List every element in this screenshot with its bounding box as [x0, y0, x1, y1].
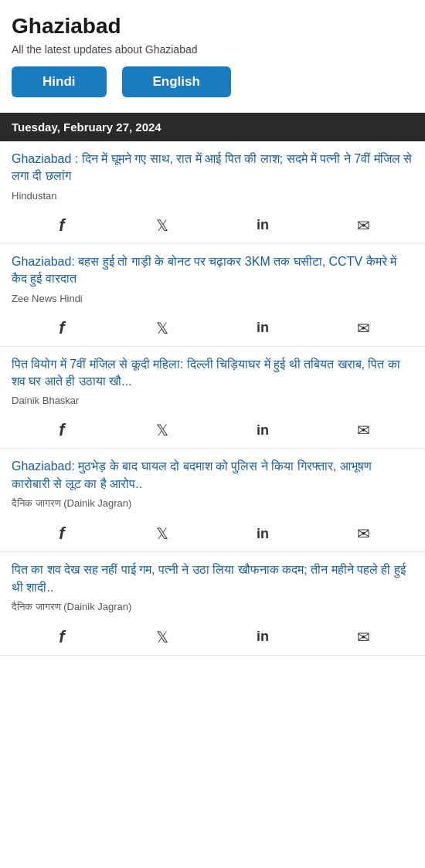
- facebook-icon-0[interactable]: f: [12, 215, 112, 236]
- twitter-icon-0[interactable]: 𝕏: [112, 216, 212, 235]
- share-row-0: f 𝕏 in ✉: [12, 209, 413, 243]
- news-title-0[interactable]: Ghaziabad : दिन में घूमने गए साथ, रात मे…: [12, 151, 413, 185]
- news-title-2[interactable]: पित वियोग में 7वीं मंजिल से कूदी महिला: …: [12, 356, 413, 391]
- linkedin-icon-1[interactable]: in: [212, 320, 313, 336]
- news-item: पित वियोग में 7वीं मंजिल से कूदी महिला: …: [0, 347, 425, 449]
- news-item: Ghaziabad : दिन में घूमने गए साथ, रात मे…: [0, 141, 425, 244]
- facebook-icon-1[interactable]: f: [12, 318, 112, 338]
- page-subtitle: All the latest updates about Ghaziabad: [12, 43, 413, 56]
- share-row-1: f 𝕏 in ✉: [12, 312, 413, 346]
- share-row-3: f 𝕏 in ✉: [12, 517, 413, 551]
- news-item: Ghaziabad: बहस हुई तो गाड़ी के बोनट पर च…: [0, 244, 425, 347]
- language-buttons: Hindi English: [12, 66, 413, 97]
- page-header: Ghaziabad All the latest updates about G…: [0, 0, 425, 113]
- news-source-0: Hindustan: [12, 190, 413, 202]
- facebook-icon-4[interactable]: f: [12, 627, 112, 647]
- share-row-2: f 𝕏 in ✉: [12, 414, 413, 448]
- email-icon-2[interactable]: ✉: [313, 421, 413, 439]
- twitter-icon-4[interactable]: 𝕏: [112, 628, 212, 646]
- news-title-4[interactable]: पित का शव देख सह नहीं पाई गम, पत्नी ने उ…: [12, 561, 413, 596]
- share-row-4: f 𝕏 in ✉: [12, 621, 413, 655]
- email-icon-1[interactable]: ✉: [313, 319, 413, 337]
- twitter-icon-1[interactable]: 𝕏: [112, 319, 212, 337]
- linkedin-icon-2[interactable]: in: [212, 422, 313, 439]
- twitter-icon-2[interactable]: 𝕏: [112, 421, 212, 439]
- twitter-icon-3[interactable]: 𝕏: [112, 524, 212, 543]
- news-source-1: Zee News Hindi: [12, 293, 413, 304]
- hindi-button[interactable]: Hindi: [12, 66, 107, 97]
- email-icon-4[interactable]: ✉: [313, 628, 413, 646]
- page-title: Ghaziabad: [12, 14, 413, 39]
- news-source-3: दैनिक जागरण (Dainik Jagran): [12, 497, 413, 510]
- news-item: पित का शव देख सह नहीं पाई गम, पत्नी ने उ…: [0, 552, 425, 656]
- news-list: Ghaziabad : दिन में घूमने गए साथ, रात मे…: [0, 141, 425, 656]
- date-bar: Tuesday, February 27, 2024: [0, 113, 425, 141]
- news-source-2: Dainik Bhaskar: [12, 395, 413, 406]
- email-icon-0[interactable]: ✉: [313, 216, 413, 235]
- facebook-icon-3[interactable]: f: [12, 524, 112, 544]
- email-icon-3[interactable]: ✉: [313, 524, 413, 543]
- english-button[interactable]: English: [122, 66, 231, 97]
- news-title-1[interactable]: Ghaziabad: बहस हुई तो गाड़ी के बोनट पर च…: [12, 253, 413, 288]
- news-item: Ghaziabad: मुठभेड़ के बाद घायल दो बदमाश …: [0, 449, 425, 552]
- linkedin-icon-3[interactable]: in: [212, 526, 313, 542]
- news-source-4: दैनिक जागरण (Dainik Jagran): [12, 601, 413, 613]
- news-title-3[interactable]: Ghaziabad: मुठभेड़ के बाद घायल दो बदमाश …: [12, 458, 413, 493]
- linkedin-icon-4[interactable]: in: [212, 629, 313, 645]
- linkedin-icon-0[interactable]: in: [212, 217, 313, 233]
- facebook-icon-2[interactable]: f: [12, 420, 112, 440]
